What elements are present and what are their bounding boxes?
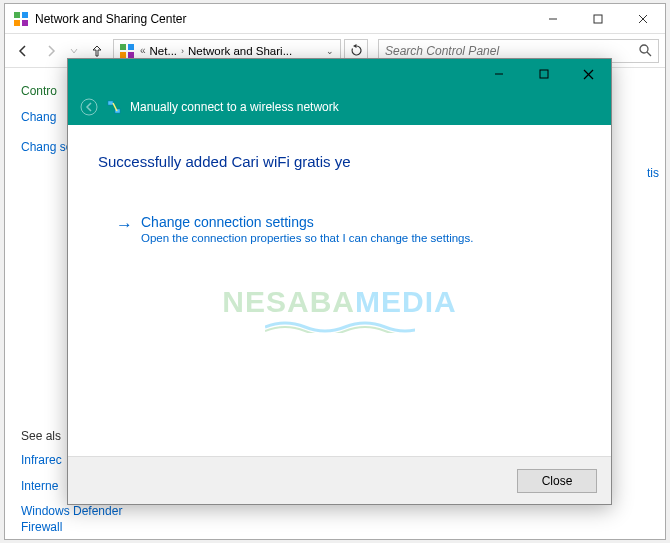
svg-rect-5: [594, 15, 602, 23]
svg-rect-9: [128, 44, 134, 50]
svg-rect-10: [120, 52, 126, 58]
breadcrumb-icon: [119, 43, 135, 59]
breadcrumb-item[interactable]: Network and Shari...: [186, 45, 294, 57]
wizard-close-button[interactable]: [566, 59, 611, 89]
option-description: Open the connection properties so that I…: [141, 232, 473, 244]
titlebar: Network and Sharing Center: [5, 4, 665, 34]
wizard-dialog: Manually connect to a wireless network S…: [67, 58, 612, 505]
breadcrumb-item[interactable]: Net...: [148, 45, 179, 57]
option-title: Change connection settings: [141, 214, 473, 230]
wizard-body: Successfully added Cari wiFi gratis ye →…: [68, 125, 611, 456]
svg-line-13: [647, 52, 651, 56]
svg-rect-19: [108, 101, 113, 105]
maximize-button[interactable]: [575, 4, 620, 33]
svg-rect-8: [120, 44, 126, 50]
chevron-right-icon: ›: [179, 46, 186, 56]
wizard-back-icon: [80, 98, 98, 116]
close-button[interactable]: Close: [517, 469, 597, 493]
wizard-titlebar: [68, 59, 611, 89]
wizard-maximize-button[interactable]: [521, 59, 566, 89]
svg-rect-2: [14, 20, 20, 26]
minimize-button[interactable]: [530, 4, 575, 33]
sidebar-link[interactable]: Windows Defender Firewall: [21, 504, 165, 535]
forward-button[interactable]: [39, 39, 63, 63]
window-controls: [530, 4, 665, 33]
watermark-wave: [265, 321, 415, 333]
wizard-footer: Close: [68, 456, 611, 504]
watermark: NESABAMEDIA: [222, 285, 456, 319]
wizard-title: Manually connect to a wireless network: [130, 100, 339, 114]
svg-point-12: [640, 45, 648, 53]
arrow-right-icon: →: [116, 216, 133, 233]
svg-point-18: [81, 99, 97, 115]
svg-rect-1: [22, 12, 28, 18]
close-button-label: Close: [542, 474, 573, 488]
svg-rect-15: [540, 70, 548, 78]
wizard-minimize-button[interactable]: [476, 59, 521, 89]
control-panel-icon: [13, 11, 29, 27]
search-icon[interactable]: [639, 44, 652, 57]
close-window-button[interactable]: [620, 4, 665, 33]
wizard-header: Manually connect to a wireless network: [68, 89, 611, 125]
svg-rect-3: [22, 20, 28, 26]
network-icon: [106, 99, 122, 115]
svg-rect-11: [128, 52, 134, 58]
partial-link-text[interactable]: tis: [647, 166, 659, 180]
breadcrumb-dropdown-icon[interactable]: ⌄: [322, 46, 338, 56]
svg-rect-0: [14, 12, 20, 18]
success-message: Successfully added Cari wiFi gratis ye: [98, 153, 581, 170]
window-title: Network and Sharing Center: [35, 12, 530, 26]
change-connection-option[interactable]: → Change connection settings Open the co…: [116, 214, 581, 244]
search-input[interactable]: [385, 44, 639, 58]
breadcrumb-overflow-icon[interactable]: «: [140, 45, 146, 56]
back-button[interactable]: [11, 39, 35, 63]
